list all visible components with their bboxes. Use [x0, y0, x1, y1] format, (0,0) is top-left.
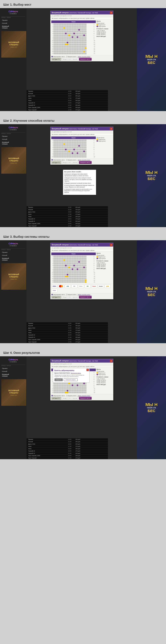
nav-item-2-1[interactable]: Прыжок [1, 135, 25, 138]
order-total-1: Итого 850 руб. [96, 36, 112, 37]
order-line-0: 7 ряд, 10 место [96, 30, 112, 31]
modal-footer-4: Забронировать место Выкупить место Выбор… [50, 394, 113, 400]
seats-grid-1: 1 1 2 2 3 3 [51, 24, 96, 54]
payment-mastercard[interactable] [58, 284, 64, 288]
info-step-1: 1) Выберите свободные места (Вы можете о… [64, 173, 94, 177]
legend-title-1: Места [96, 20, 112, 22]
nav-item-1[interactable]: Прыжок [1, 19, 25, 22]
footer-captcha-row-1: mtqwrt Выкупить место [52, 58, 112, 60]
modal-step4: ✕ Безумный спецназ (кинотеатр «Заневский… [50, 359, 114, 400]
nav-item-3[interactable]: Безумныйспецназ [1, 25, 25, 29]
payment-jcb[interactable]: JCB [65, 284, 71, 288]
modal-body-4: Экран 11 22 33 44 55 66 77 88 99 [50, 368, 113, 394]
modal-date-3: 11 декабря (сегодня) в 12:10 [50, 246, 113, 249]
payment-link-4[interactable]: Выбор способа оплаты [78, 395, 90, 396]
cinema-right-banner-3: МЫ Н ТВОЙ СТА БЕС [137, 240, 166, 343]
modal-body-1: Экран 1 1 2 2 3 [50, 20, 113, 55]
booking-close-button[interactable]: Закрыть [54, 378, 63, 381]
nav-section: АФИША ФИЛЬМ [1, 16, 25, 18]
payment-visa[interactable]: VISA [52, 284, 58, 288]
modal-title-2: Безумный спецназ (кинотеатр «Заневский К… [50, 127, 113, 130]
info-step-2: 2) Введите контрольное слово, выберите с… [64, 177, 94, 182]
buy-button-2[interactable]: Выкупить место [79, 161, 92, 164]
radio-buy-4[interactable]: Выкупить место [66, 395, 76, 396]
cinema-right-banner-4: МЫ Н ТВОЙ СТА БЕС [137, 356, 166, 459]
radio-reserve-label-1: Забронировать место [53, 56, 65, 57]
booking-confirm-close[interactable]: ✕ [86, 369, 89, 371]
cinema-logo-2: СИНВЕРК CINEMA [1, 126, 25, 131]
step2-header: Шаг 2. Изучение способов оплаты [0, 116, 166, 124]
footer-radios-1: Забронировать место Выкупить место Выбор… [52, 56, 112, 57]
modal-close-btn-4[interactable]: ✕ [110, 360, 112, 362]
captcha-input-4[interactable] [62, 397, 78, 400]
step4-cinema-bg: СИНВЕРК CINEMA АФИША ФИЛЬМ Прыжок Ночной… [0, 356, 166, 459]
order-line-3: 15 ряд, 35 место [96, 34, 112, 35]
buy-button-1[interactable]: Выкупить место [79, 58, 92, 60]
captcha-input-3[interactable] [62, 296, 78, 298]
booking-print-link[interactable]: Распечатать Бронь [71, 372, 81, 374]
legend-dot-available [96, 22, 98, 24]
modal-footer-1: Забронировать место Выкупить место Выбор… [50, 55, 113, 61]
cinema-right-banner-1: МЫ Н ТВОЙ СТА БЕС [137, 8, 166, 111]
booking-cancel-button[interactable]: Отменить бронь [64, 378, 78, 381]
step3-cinema-bg: СИНВЕРК CINEMA АФИША ФИЛЬМ Прыжок Ночной… [0, 240, 166, 343]
order-info-1: Стоимость заказа 7 ряд, 10 место 12 ряд,… [96, 28, 112, 37]
radio-reserve-2[interactable]: Забронировать место [52, 159, 65, 160]
buy-button-4[interactable]: Выкупить место [79, 397, 92, 400]
mc-right-circle [60, 285, 63, 288]
screen-label-1: Экран [51, 20, 96, 23]
cinema-right-banner-2: МЫ Н ТВОЙ СТА БЕС [137, 124, 166, 227]
payment-cci[interactable]: CCI [72, 284, 77, 288]
radio-reserve-circle-1 [52, 56, 53, 57]
step1-cinema-bg: СИНВЕРК CINEMA АФИША ФИЛЬМ Прыжок Ночной… [0, 8, 166, 111]
radio-buy-1[interactable]: Выкупить место [66, 56, 76, 57]
step1-header: Шаг 1. Выбор мест [0, 0, 166, 8]
nav-item-2-2[interactable]: Ночной [1, 138, 25, 140]
payment-yandex[interactable]: Яндекс [91, 284, 97, 288]
info-step-3: 3) Введите указанные платёжной системы A… [64, 182, 94, 184]
banner-figure-2: МЫ Н ТВОЙ СТА БЕС [137, 124, 166, 227]
radio-buy-2[interactable]: Выкупить место [66, 159, 76, 160]
banner-sub-1: ТВОЙ СТА [147, 58, 156, 60]
payment-qiwi[interactable]: QIWI [104, 284, 110, 288]
radio-reserve-4[interactable]: Забронировать место [52, 395, 65, 396]
nav-item-2-3[interactable]: Безумныйспецназ [1, 141, 25, 145]
movie-row-2: Душа, Юля 10:00 200 руб. [26, 95, 108, 97]
payment-link-2[interactable]: Выбор способа оплаты [78, 160, 90, 160]
info-popup-step2: Как купить билет онлайн: 1) Выберите сво… [63, 170, 96, 195]
radio-buy-3[interactable]: Выкупить место [66, 294, 76, 295]
modal-close-btn-3[interactable]: ✕ [110, 244, 112, 246]
cinema-poster: БЕЗУМНЫЙСПЕЦНАЗ боевик 2010 [1, 31, 26, 58]
captcha-input-1[interactable] [62, 58, 78, 60]
radio-reserve-1[interactable]: Забронировать место [52, 56, 65, 57]
modal-close-btn-1[interactable]: ✕ [110, 12, 112, 14]
payment-link-1[interactable]: Выбор способа оплаты [78, 56, 90, 57]
modal-step1: ✕ Безумный спецназ (кинотеатр «Заневский… [50, 11, 114, 62]
order-line-1: 12 ряд, 8,9 места [96, 32, 112, 32]
order-title-1: Стоимость заказа [96, 28, 112, 30]
modal-sidebar-3: Места Доступные Выделенные Недоступные С… [96, 252, 112, 283]
payment-assist[interactable]: Assist [98, 284, 104, 288]
booking-confirm-title: Билеты забронированы [54, 370, 88, 372]
captcha-image-2: mtqwrt [52, 161, 61, 164]
mastercard-circles [59, 285, 63, 288]
info-step-4: 4) После успешного завершения операции н… [64, 184, 94, 188]
modal-close-btn-2[interactable]: ✕ [110, 128, 112, 130]
captcha-input-2[interactable] [62, 161, 78, 164]
radio-reserve-3[interactable]: Забронировать место [52, 294, 65, 295]
seat-area-1: Экран 1 1 2 2 3 [51, 20, 96, 54]
payment-webmoney[interactable]: WM [85, 284, 91, 288]
buy-button-3[interactable]: Выкупить место [79, 296, 92, 298]
modal-title-3: Безумный спецназ (кинотеатр «Заневский К… [50, 243, 113, 246]
movie-row-4: Нина 22:00 200 руб. [26, 100, 108, 102]
payment-link-3[interactable]: Выбор способа оплаты [78, 294, 90, 295]
cinema-sidebar-left-3: СИНВЕРК CINEMA АФИША ФИЛЬМ Прыжок Ночной… [0, 240, 26, 343]
nav-item-2[interactable]: Ночной [1, 22, 25, 24]
payment-methods-row: VISA JCB CCI Diners WM Яндекс Assist [50, 284, 113, 293]
cinema-main-area-3: ✕ Безумный спецназ (кинотеатр «Заневский… [26, 240, 137, 343]
step2-section: Шаг 2. Изучение способов оплаты СИНВЕРК … [0, 116, 166, 232]
modal-step3: ✕ Безумный спецназ (кинотеатр «Заневский… [50, 243, 114, 299]
payment-kredit[interactable]: Kredit [52, 289, 58, 292]
modal-note-2: Вы можете забронировать это выступить до… [50, 133, 113, 136]
payment-diners[interactable]: Diners [78, 284, 84, 288]
